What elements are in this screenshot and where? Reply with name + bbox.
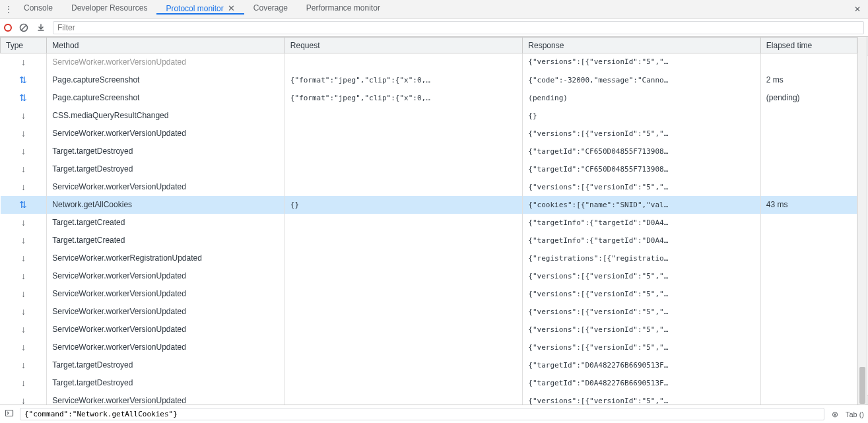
table-row[interactable]: ⇅Page.captureScreenshot{"format":"jpeg",… — [1, 71, 857, 89]
incoming-icon: ↓ — [21, 395, 26, 405]
table-row[interactable]: ↓ServiceWorker.workerVersionUpdated{"ver… — [1, 53, 857, 71]
table-row[interactable]: ↓Target.targetDestroyed{"targetId":"CF65… — [1, 160, 857, 178]
incoming-icon: ↓ — [21, 377, 26, 388]
tab-console[interactable]: Console — [15, 3, 62, 14]
incoming-icon: ↓ — [21, 271, 26, 281]
incoming-icon: ↓ — [21, 164, 26, 174]
console-icon[interactable] — [4, 408, 15, 420]
table-row[interactable]: ⇅Network.getAllCookies{}{"cookies":[{"na… — [1, 196, 857, 214]
tab-complete-hint: Tab () — [846, 410, 864, 418]
table-row[interactable]: ↓Target.targetDestroyed{"targetId":"CF65… — [1, 143, 857, 160]
command-input[interactable] — [20, 408, 824, 420]
more-tabs-icon[interactable]: ⋮ — [3, 5, 15, 14]
svg-rect-2 — [6, 410, 13, 416]
table-row[interactable]: ↓Target.targetDestroyed{"targetId":"D0A4… — [1, 374, 857, 392]
table-header-row: Type Method Request Response Elapsed tim… — [1, 38, 857, 53]
incoming-icon: ↓ — [21, 57, 26, 67]
incoming-icon: ↓ — [21, 128, 26, 139]
protocol-toolbar — [0, 18, 868, 37]
table-row[interactable]: ↓ServiceWorker.workerVersionUpdated{"ver… — [1, 321, 857, 339]
incoming-icon: ↓ — [21, 253, 26, 263]
incoming-icon: ↓ — [21, 342, 26, 352]
table-row[interactable]: ⇅Page.captureScreenshot{"format":"jpeg",… — [1, 89, 857, 107]
table-row[interactable]: ↓ServiceWorker.workerVersionUpdated{"ver… — [1, 285, 857, 303]
command-bar: ⊗ Tab () — [0, 405, 868, 423]
tab-performance-monitor[interactable]: Performance monitor — [297, 3, 389, 14]
table-row[interactable]: ↓ServiceWorker.workerVersionUpdated{"ver… — [1, 303, 857, 321]
incoming-icon: ↓ — [21, 110, 26, 121]
close-panel-icon[interactable]: ✕ — [850, 5, 865, 14]
table-row[interactable]: ↓Target.targetDestroyed{"targetId":"D0A4… — [1, 356, 857, 374]
bidirectional-icon: ⇅ — [19, 199, 27, 210]
table-row[interactable]: ↓Target.targetCreated{"targetInfo":{"tar… — [1, 214, 857, 232]
clear-command-icon[interactable]: ⊗ — [830, 410, 840, 419]
vertical-scrollbar[interactable] — [857, 37, 867, 405]
incoming-icon: ↓ — [21, 324, 26, 335]
close-tab-icon[interactable]: ✕ — [228, 3, 235, 13]
clear-icon[interactable] — [18, 22, 29, 33]
tab-coverage[interactable]: Coverage — [244, 3, 297, 14]
svg-line-1 — [22, 25, 26, 30]
col-method[interactable]: Method — [47, 38, 285, 53]
filter-input[interactable] — [53, 21, 864, 34]
protocol-events-table[interactable]: Type Method Request Response Elapsed tim… — [0, 37, 857, 405]
table-row[interactable]: ↓CSS.mediaQueryResultChanged{} — [1, 107, 857, 125]
col-type[interactable]: Type — [1, 38, 47, 53]
col-request[interactable]: Request — [284, 38, 523, 53]
table-row[interactable]: ↓ServiceWorker.workerRegistrationUpdated… — [1, 249, 857, 267]
incoming-icon: ↓ — [21, 235, 26, 245]
table-row[interactable]: ↓ServiceWorker.workerVersionUpdated{"ver… — [1, 392, 857, 405]
incoming-icon: ↓ — [21, 217, 26, 228]
tab-developer-resources[interactable]: Developer Resources — [62, 3, 156, 14]
col-elapsed[interactable]: Elapsed time — [760, 38, 857, 53]
table-row[interactable]: ↓ServiceWorker.workerVersionUpdated{"ver… — [1, 267, 857, 285]
incoming-icon: ↓ — [21, 360, 26, 370]
table-row[interactable]: ↓ServiceWorker.workerVersionUpdated{"ver… — [1, 125, 857, 143]
incoming-icon: ↓ — [21, 146, 26, 156]
download-icon[interactable] — [36, 22, 46, 33]
incoming-icon: ↓ — [21, 288, 26, 299]
bidirectional-icon: ⇅ — [19, 92, 27, 103]
table-row[interactable]: ↓Target.targetCreated{"targetInfo":{"tar… — [1, 232, 857, 249]
col-response[interactable]: Response — [523, 38, 761, 53]
record-icon[interactable] — [4, 24, 12, 32]
bidirectional-icon: ⇅ — [19, 75, 27, 85]
devtools-tabbar: ⋮ ConsoleDeveloper ResourcesProtocol mon… — [0, 0, 868, 18]
table-row[interactable]: ↓ServiceWorker.workerVersionUpdated{"ver… — [1, 339, 857, 356]
table-row[interactable]: ↓ServiceWorker.workerVersionUpdated{"ver… — [1, 178, 857, 196]
incoming-icon: ↓ — [21, 306, 26, 317]
tab-protocol-monitor[interactable]: Protocol monitor✕ — [156, 3, 244, 15]
incoming-icon: ↓ — [21, 181, 26, 192]
